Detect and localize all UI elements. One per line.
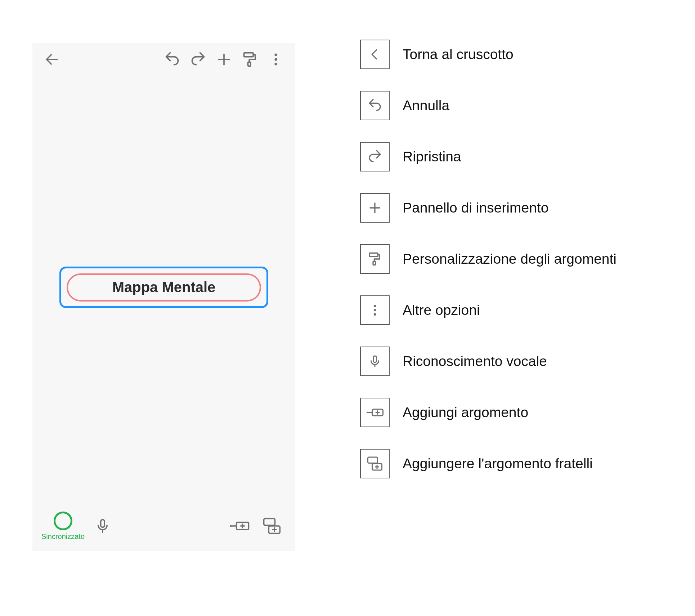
bottom-toolbar: Sincronizzato xyxy=(32,504,295,551)
add-topic-icon[interactable] xyxy=(223,510,256,542)
legend-label: Aggiungi argomento xyxy=(403,404,528,421)
legend-item-voice: Riconoscimento vocale xyxy=(360,347,655,376)
microphone-icon[interactable] xyxy=(86,510,119,542)
redo-icon[interactable] xyxy=(185,46,211,72)
legend-item-add: Pannello di inserimento xyxy=(360,193,655,223)
root-node[interactable]: Mappa Mentale xyxy=(67,273,261,302)
svg-rect-4 xyxy=(248,62,251,66)
legend-label: Riconoscimento vocale xyxy=(403,353,547,370)
plus-icon[interactable] xyxy=(211,46,237,72)
root-node-label: Mappa Mentale xyxy=(112,279,216,295)
more-vertical-icon xyxy=(360,295,390,325)
legend-item-add-topic: Aggiungi argomento xyxy=(360,398,655,427)
undo-icon xyxy=(360,91,390,120)
svg-rect-21 xyxy=(369,253,378,256)
add-topic-icon xyxy=(360,398,390,427)
legend-label: Altre opzioni xyxy=(403,302,480,319)
undo-icon[interactable] xyxy=(159,46,185,72)
legend-label: Aggiungere l'argomento fratelli xyxy=(403,455,593,473)
back-arrow-icon[interactable] xyxy=(39,46,65,72)
svg-point-25 xyxy=(374,313,376,316)
legend-label: Annulla xyxy=(403,97,449,115)
svg-rect-8 xyxy=(101,520,105,527)
legend-item-more: Altre opzioni xyxy=(360,295,655,325)
legend-item-add-sibling: Aggiungere l'argomento fratelli xyxy=(360,449,655,478)
add-sibling-icon xyxy=(360,449,390,478)
sync-status[interactable]: Sincronizzato xyxy=(40,512,86,541)
sync-label: Sincronizzato xyxy=(41,532,85,541)
node-selection-outline: Mappa Mentale xyxy=(59,267,268,308)
legend-label: Pannello di inserimento xyxy=(403,199,548,217)
mindmap-canvas[interactable]: Mappa Mentale xyxy=(32,76,295,504)
legend-item-undo: Annulla xyxy=(360,91,655,120)
sync-circle-icon xyxy=(54,512,72,530)
svg-point-24 xyxy=(374,309,376,312)
svg-rect-26 xyxy=(373,356,377,362)
app-screen: Mappa Mentale Sincronizzato xyxy=(32,43,295,551)
svg-rect-15 xyxy=(264,518,275,525)
legend-item-style: Personalizzazione degli argomenti xyxy=(360,244,655,274)
paint-roller-icon[interactable] xyxy=(237,46,263,72)
svg-rect-3 xyxy=(244,53,254,57)
legend-item-back: Torna al cruscotto xyxy=(360,40,655,69)
svg-point-7 xyxy=(274,63,277,65)
svg-point-6 xyxy=(274,58,277,61)
svg-rect-22 xyxy=(373,262,376,265)
svg-point-5 xyxy=(274,54,277,56)
paint-roller-icon xyxy=(360,244,390,274)
redo-icon xyxy=(360,142,390,171)
svg-rect-33 xyxy=(368,457,378,463)
legend: Torna al cruscotto Annulla Ripristina Pa… xyxy=(360,40,655,500)
legend-label: Torna al cruscotto xyxy=(403,46,514,63)
add-sibling-icon[interactable] xyxy=(256,510,288,542)
top-toolbar xyxy=(32,43,295,76)
legend-label: Personalizzazione degli argomenti xyxy=(403,250,616,268)
legend-label: Ripristina xyxy=(403,148,461,166)
more-vertical-icon[interactable] xyxy=(263,46,289,72)
legend-item-redo: Ripristina xyxy=(360,142,655,171)
chevron-left-icon xyxy=(360,40,390,69)
microphone-icon xyxy=(360,347,390,376)
svg-point-23 xyxy=(374,305,376,307)
plus-icon xyxy=(360,193,390,223)
